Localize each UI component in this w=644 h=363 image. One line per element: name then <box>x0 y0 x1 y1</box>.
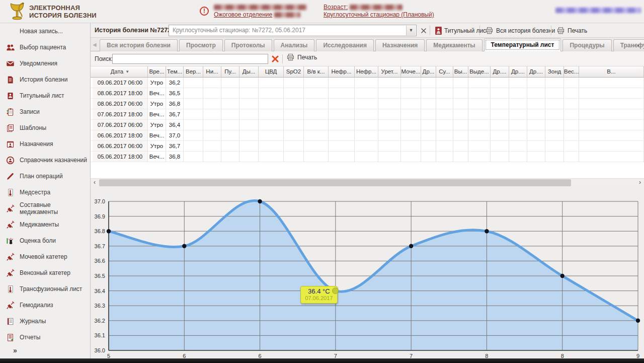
scroll-left-icon[interactable]: ‹ <box>91 179 99 187</box>
print-button[interactable]: Печать <box>554 25 589 36</box>
tab-8[interactable]: Процедуры <box>562 39 611 51</box>
cell-empty <box>355 152 378 162</box>
tab-0[interactable]: Вся история болезни <box>100 39 178 51</box>
tab-2[interactable]: Протоколы <box>224 39 272 51</box>
tab-1[interactable]: Просмотр <box>179 39 223 51</box>
data-point <box>107 229 111 233</box>
cell-empty <box>304 99 329 109</box>
cell-empty <box>453 78 468 88</box>
cell-time: Утро <box>148 120 166 130</box>
table-row[interactable]: 09.06.2017 06:00Утро36,2 <box>91 78 644 88</box>
sidebar-item[interactable]: Титульный лист <box>0 88 90 104</box>
history-clear-button[interactable] <box>419 25 429 36</box>
column-header[interactable]: Вре... <box>148 66 166 78</box>
sidebar-item[interactable]: Шаблоны <box>0 120 90 136</box>
table-print-button[interactable]: Печать <box>286 53 317 61</box>
cell-empty <box>401 152 421 162</box>
column-header[interactable]: Вес... <box>564 66 579 78</box>
table-row[interactable]: 06.06.2017 18:00Веч...37,0 <box>91 130 644 141</box>
sidebar-item[interactable]: Назначения <box>0 136 90 152</box>
sidebar-item-label: Выбор пациента <box>20 44 66 51</box>
column-header[interactable]: Су... <box>436 66 453 78</box>
column-header[interactable]: Урет... <box>378 66 401 78</box>
table-row[interactable]: 07.06.2017 06:00Утро36,4 <box>91 120 644 130</box>
search-input[interactable] <box>112 54 268 64</box>
stay-type-link[interactable]: Круглосуточный стационар (Плановый) <box>324 11 434 18</box>
cell-empty <box>468 78 491 88</box>
column-header[interactable]: Вер... <box>184 66 203 78</box>
tabs-scroll-right-icon[interactable]: → <box>633 40 640 48</box>
sidebar-collapse-button[interactable]: » <box>13 346 17 354</box>
cell-empty <box>468 109 491 120</box>
tab-active[interactable]: Температурный лист <box>484 38 561 51</box>
column-header[interactable]: Др.... <box>509 66 527 78</box>
cell-empty <box>401 88 421 99</box>
tab-4[interactable]: Исследования <box>316 39 374 51</box>
cell-empty <box>527 130 545 141</box>
tab-3[interactable]: Анализы <box>274 39 315 51</box>
sidebar-item[interactable]: Трансфузионный лист <box>0 281 90 297</box>
table-row[interactable]: 08.06.2017 18:00Веч...36,5 <box>91 88 644 99</box>
column-header[interactable]: Моче... <box>401 66 421 78</box>
column-header[interactable]: Вы... <box>453 66 468 78</box>
sidebar-item[interactable]: Оценка боли <box>0 233 90 249</box>
history-combobox[interactable]: Круглосуточный стационар: №7272, 05.06.2… <box>169 25 417 36</box>
horizontal-scrollbar[interactable]: ‹ › <box>91 178 644 186</box>
cell-date: 07.06.2017 06:00 <box>93 120 148 130</box>
sidebar-item[interactable]: Новая запись... <box>0 23 90 39</box>
search-clear-button[interactable] <box>271 55 279 64</box>
full-history-button[interactable]: Вся история болезни <box>483 25 557 36</box>
scroll-right-icon[interactable]: › <box>636 179 644 187</box>
sidebar-item[interactable]: Медсестра <box>0 184 90 200</box>
sidebar-item-label: История болезни <box>20 76 67 83</box>
column-header[interactable]: Нефр... <box>329 66 355 78</box>
data-point <box>485 229 489 233</box>
redacted-patient-name[interactable] <box>214 5 307 10</box>
column-header[interactable]: Др... <box>421 66 436 78</box>
sidebar-item[interactable]: Венозный катетер <box>0 265 90 281</box>
column-header[interactable]: Дата▼ <box>93 66 148 78</box>
cell-empty <box>421 141 436 152</box>
sidebar-item[interactable]: Справочник назначений <box>0 152 90 168</box>
column-header[interactable]: SpO2 <box>284 66 304 78</box>
table-row[interactable]: 06.06.2017 06:00Утро36,7 <box>91 141 644 152</box>
tab-6[interactable]: Медикаменты <box>426 39 482 51</box>
sidebar-item[interactable]: Журналы <box>0 313 90 329</box>
column-header[interactable]: ЦВД <box>259 66 284 78</box>
redacted-user-link[interactable] <box>555 8 641 13</box>
tabs-scroll-left-icon[interactable]: ◀ <box>93 42 97 47</box>
column-header[interactable]: В... <box>579 66 644 78</box>
sidebar-item[interactable]: Записи <box>0 104 90 120</box>
sidebar-item[interactable]: Отчеты <box>0 329 90 345</box>
sidebar-item[interactable]: Составные медикаменты <box>0 200 90 216</box>
column-header[interactable]: Др.... <box>491 66 509 78</box>
column-header[interactable]: Зонд <box>545 66 564 78</box>
sidebar-item-label: Справочник назначений <box>20 157 87 164</box>
column-header[interactable]: Пу... <box>221 66 239 78</box>
department-link[interactable]: Ожоговое отделение <box>214 11 272 18</box>
column-header[interactable]: В/в к... <box>304 66 329 78</box>
temperature-chart[interactable]: 36.036.136.236.336.436.536.636.736.836.9… <box>91 186 644 358</box>
column-header[interactable]: Выде... <box>468 66 491 78</box>
sidebar-item[interactable]: Уведомления <box>0 55 90 71</box>
title-page-button[interactable]: Титульный лист <box>433 25 491 36</box>
sidebar-item[interactable]: Мочевой катетер <box>0 249 90 265</box>
age-link[interactable]: Возраст: <box>324 4 348 11</box>
sidebar-item[interactable]: Медикаменты <box>0 216 90 233</box>
table-row[interactable]: 05.06.2017 18:00Веч...36,8 <box>91 152 644 162</box>
column-header[interactable]: Нефр... <box>355 66 378 78</box>
tab-5[interactable]: Назначения <box>375 39 425 51</box>
chevron-down-icon[interactable]: ▼ <box>406 26 416 35</box>
sidebar-item[interactable]: План операций <box>0 168 90 184</box>
table-row[interactable]: 08.06.2017 06:00Утро36,8 <box>91 99 644 109</box>
column-header[interactable]: Др.... <box>527 66 545 78</box>
sidebar-item[interactable]: Гемодиализ <box>0 297 90 313</box>
sidebar-item[interactable]: История болезни <box>0 71 90 88</box>
column-header[interactable]: Ни... <box>203 66 221 78</box>
scrollbar-thumb[interactable] <box>99 179 571 186</box>
column-header[interactable]: Ды... <box>239 66 259 78</box>
column-header[interactable]: Тем... <box>166 66 184 78</box>
sort-desc-icon: ▼ <box>125 69 129 74</box>
table-row[interactable]: 07.06.2017 18:00Веч...36,7 <box>91 109 644 120</box>
sidebar-item[interactable]: Выбор пациента <box>0 39 90 55</box>
